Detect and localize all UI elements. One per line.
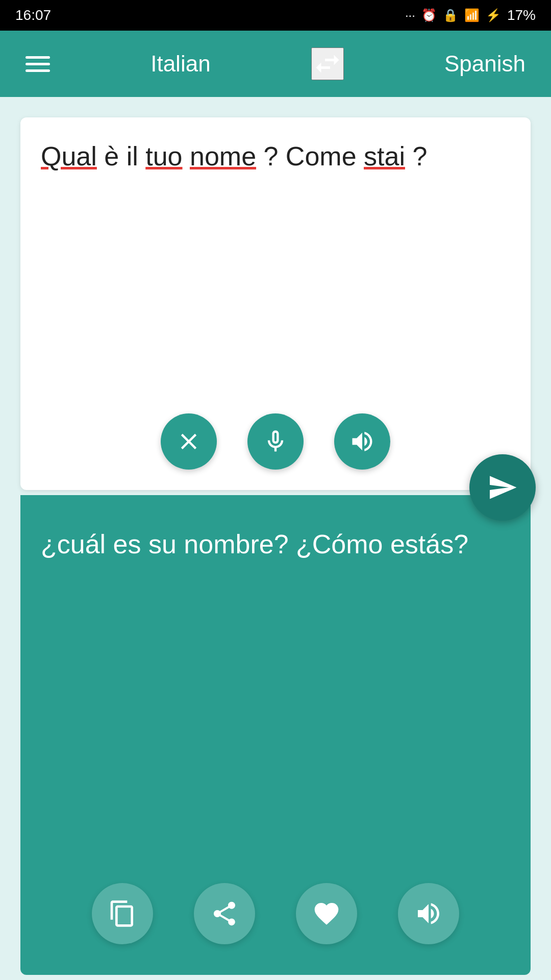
word-tuo: tuo [145, 141, 182, 171]
top-bar: Italian Spanish [0, 31, 551, 97]
input-section: Qual è il tuo nome ? Come stai ? [20, 117, 531, 490]
microphone-button[interactable] [247, 413, 304, 470]
word-qual: Qual [41, 141, 97, 171]
battery-percent: 17% [507, 7, 536, 23]
favorite-button[interactable] [296, 883, 357, 944]
word-stai: stai [364, 141, 405, 171]
send-button[interactable] [469, 454, 536, 521]
status-time: 16:07 [15, 7, 51, 23]
dots-icon: ··· [405, 8, 415, 22]
charging-icon: ⚡ [486, 8, 501, 22]
share-button[interactable] [194, 883, 255, 944]
word-nome: nome [190, 141, 256, 171]
swap-languages-button[interactable] [311, 47, 344, 80]
copy-button[interactable] [92, 883, 153, 944]
clear-button[interactable] [161, 413, 217, 470]
signal-icon: 📶 [464, 8, 480, 22]
text-chunk-4: ? [412, 141, 427, 171]
source-language[interactable]: Italian [151, 51, 210, 77]
alarm-icon: ⏰ [421, 8, 437, 22]
source-text[interactable]: Qual è il tuo nome ? Come stai ? [41, 138, 510, 175]
status-bar: 16:07 ··· ⏰ 🔒 📶 ⚡ 17% [0, 0, 551, 31]
text-chunk-3: ? Come [264, 141, 364, 171]
translated-text: ¿cuál es su nombre? ¿Cómo estás? [41, 526, 510, 563]
status-icons: ··· ⏰ 🔒 📶 ⚡ 17% [405, 7, 536, 23]
output-controls [41, 883, 510, 954]
speak-translation-button[interactable] [398, 883, 459, 944]
translation-section: ¿cuál es su nombre? ¿Cómo estás? [20, 495, 531, 975]
text-chunk-1: è il [104, 141, 145, 171]
menu-button[interactable] [26, 56, 50, 72]
sim-icon: 🔒 [443, 8, 458, 22]
target-language[interactable]: Spanish [444, 51, 525, 77]
input-controls [41, 413, 510, 475]
speak-source-button[interactable] [334, 413, 390, 470]
